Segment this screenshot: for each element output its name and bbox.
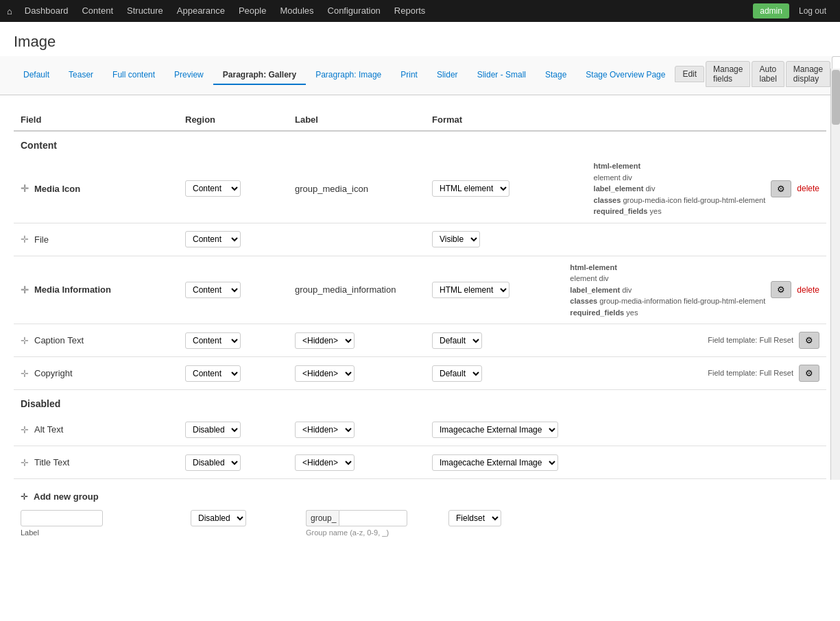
format-cell[interactable]: Default: [432, 332, 708, 349]
format-cell[interactable]: HTML element: [432, 180, 594, 197]
secondary-tabs: Default Teaser Full content Preview Para…: [14, 66, 675, 85]
nav-reports[interactable]: Reports: [387, 0, 433, 22]
label-cell[interactable]: <Hidden>: [295, 365, 432, 382]
tab-paragraph-gallery[interactable]: Paragraph: Gallery: [213, 66, 306, 85]
label-cell: group_media_information: [295, 284, 432, 295]
format-cell[interactable]: Default: [432, 365, 708, 382]
format-info: Field template: Full Reset: [708, 334, 793, 346]
field-label: Media Icon: [34, 184, 80, 194]
field-media-information: ✛ Media Information: [21, 284, 185, 295]
region-cell[interactable]: Content Disabled: [185, 365, 295, 382]
drag-handle-icon[interactable]: ✛: [21, 491, 28, 502]
nav-modules[interactable]: Modules: [273, 0, 320, 22]
drag-handle-icon[interactable]: ✛: [21, 368, 29, 379]
format-fieldset-cell[interactable]: Fieldset: [448, 510, 819, 526]
field-label: Copyright: [34, 368, 73, 378]
field-label: Media Information: [34, 284, 111, 295]
action-auto-label[interactable]: Auto label: [752, 61, 784, 87]
tab-preview[interactable]: Preview: [165, 66, 213, 85]
format-select[interactable]: Visible: [432, 231, 480, 247]
action-manage-fields[interactable]: Manage fields: [706, 61, 750, 87]
nav-people[interactable]: People: [232, 0, 273, 22]
drag-handle-icon[interactable]: ✛: [21, 335, 29, 346]
region-select[interactable]: Content Disabled: [185, 282, 241, 298]
delete-link[interactable]: delete: [797, 184, 819, 193]
format-select[interactable]: Imagecache External Image: [432, 454, 558, 471]
region-disabled-cell[interactable]: Disabled Content: [191, 510, 300, 526]
logout-button[interactable]: Log out: [792, 3, 833, 19]
tab-default[interactable]: Default: [14, 66, 59, 85]
label-cell[interactable]: <Hidden>: [295, 332, 432, 349]
section-disabled-label: Disabled: [14, 390, 826, 413]
label-cell[interactable]: <Hidden>: [295, 454, 432, 471]
group-prefix-container: group_: [306, 510, 443, 526]
nav-content[interactable]: Content: [75, 0, 120, 22]
format-select[interactable]: Default: [432, 365, 482, 382]
tab-paragraph-image[interactable]: Paragraph: Image: [306, 66, 391, 85]
scrollbar-thumb[interactable]: [832, 70, 840, 125]
tab-slider[interactable]: Slider: [427, 66, 468, 85]
nav-dashboard[interactable]: Dashboard: [18, 0, 75, 22]
format-cell[interactable]: Imagecache External Image: [432, 454, 819, 471]
drag-handle-icon[interactable]: ✛: [21, 424, 29, 435]
action-manage-display[interactable]: Manage display: [786, 61, 830, 87]
page-title: Image: [0, 22, 840, 56]
gear-button[interactable]: ⚙: [771, 281, 791, 298]
region-select[interactable]: Disabled Content: [185, 422, 241, 438]
label-select[interactable]: <Hidden>: [295, 332, 355, 349]
field-copyright: ✛ Copyright: [21, 368, 185, 379]
gear-button[interactable]: ⚙: [771, 180, 791, 197]
region-select[interactable]: Disabled Content: [185, 454, 241, 471]
group-label-input[interactable]: [21, 510, 103, 526]
region-cell[interactable]: Disabled Content: [185, 422, 295, 438]
tab-stage-overview[interactable]: Stage Overview Page: [576, 66, 675, 85]
drag-handle-icon[interactable]: ✛: [21, 234, 29, 245]
delete-link[interactable]: delete: [797, 285, 819, 295]
nav-structure[interactable]: Structure: [120, 0, 170, 22]
field-file: ✛ File: [21, 234, 185, 245]
region-cell[interactable]: Content Disabled: [185, 231, 295, 247]
label-cell[interactable]: <Hidden>: [295, 422, 432, 438]
format-select[interactable]: Default: [432, 332, 482, 349]
region-select[interactable]: Content Disabled: [185, 332, 241, 349]
tab-print[interactable]: Print: [391, 66, 427, 85]
group-name-input[interactable]: [339, 510, 407, 526]
label-select[interactable]: <Hidden>: [295, 454, 355, 471]
tab-stage[interactable]: Stage: [536, 66, 576, 85]
label-select[interactable]: <Hidden>: [295, 365, 355, 382]
format-select[interactable]: HTML element: [432, 282, 509, 298]
gear-button[interactable]: ⚙: [799, 332, 819, 349]
main-content: Field Region Label Format Content ✛ Medi…: [0, 95, 840, 556]
tab-teaser[interactable]: Teaser: [59, 66, 103, 85]
format-fieldset-select[interactable]: Fieldset: [448, 510, 501, 526]
gear-button[interactable]: ⚙: [799, 365, 819, 382]
format-cell[interactable]: HTML element: [432, 282, 570, 298]
tab-slider-small[interactable]: Slider - Small: [468, 66, 536, 85]
table-row: ✛ Alt Text Disabled Content <Hidden> Ima…: [14, 413, 826, 446]
drag-handle-icon[interactable]: ✛: [21, 284, 29, 295]
home-icon[interactable]: ⌂: [7, 6, 12, 16]
label-select[interactable]: <Hidden>: [295, 422, 355, 438]
region-cell[interactable]: Content Disabled: [185, 180, 295, 197]
tab-full-content[interactable]: Full content: [103, 66, 165, 85]
nav-configuration[interactable]: Configuration: [321, 0, 387, 22]
add-new-group-label: Add new group: [34, 491, 99, 502]
format-select[interactable]: HTML element: [432, 180, 509, 197]
region-cell[interactable]: Content Disabled: [185, 282, 295, 298]
region-select[interactable]: Content Disabled: [185, 365, 241, 382]
admin-button[interactable]: admin: [753, 3, 789, 19]
drag-handle-icon[interactable]: ✛: [21, 183, 29, 194]
scrollbar-track[interactable]: [830, 69, 840, 480]
region-select[interactable]: Content Disabled: [185, 231, 241, 247]
format-cell[interactable]: Imagecache External Image: [432, 422, 819, 438]
drag-handle-icon[interactable]: ✛: [21, 457, 29, 468]
row-actions: Field template: Full Reset ⚙: [708, 365, 819, 382]
action-edit[interactable]: Edit: [675, 66, 704, 82]
nav-appearance[interactable]: Appearance: [170, 0, 232, 22]
format-cell[interactable]: Visible: [432, 231, 819, 247]
region-disabled-select[interactable]: Disabled Content: [191, 510, 246, 526]
format-select[interactable]: Imagecache External Image: [432, 422, 558, 438]
region-cell[interactable]: Content Disabled: [185, 332, 295, 349]
region-cell[interactable]: Disabled Content: [185, 454, 295, 471]
region-select[interactable]: Content Disabled: [185, 180, 241, 197]
